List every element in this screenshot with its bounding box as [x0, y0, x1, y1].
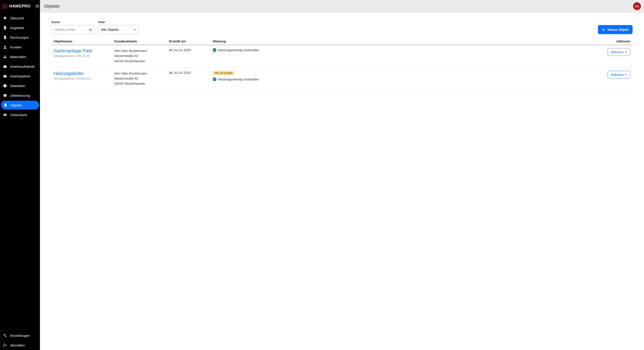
- document-icon: [3, 26, 7, 30]
- svg-rect-8: [5, 57, 6, 58]
- svg-point-7: [4, 57, 5, 58]
- search-icon[interactable]: [88, 28, 92, 32]
- sidebar-item-label: Abmelden: [10, 343, 25, 347]
- sidebar-item-arbeitsaufwnde[interactable]: Arbeitsaufwände: [0, 62, 40, 71]
- contract-number: Vertragsnummer: GP1.20.20: [54, 54, 114, 58]
- check-circle-icon: [213, 77, 216, 81]
- sidebar-item-label: Rechnungen: [10, 36, 29, 39]
- customer-line: Herr Max Mustermann: [114, 48, 169, 53]
- avatar-initials: FA: [635, 5, 639, 8]
- maintenance-text: Wartungsvertrag vorhanden: [218, 48, 259, 52]
- cell-wartung: MO, 02.12.2024Wartungsvertrag vorhanden: [213, 71, 607, 86]
- sidebar-item-label: Arbeitspakete: [10, 74, 30, 78]
- cell-aktionen: Aktionen: [607, 48, 630, 64]
- customer-line: 04242 Musterhausen: [114, 81, 169, 86]
- svg-rect-11: [4, 75, 6, 76]
- cell-objektname: Gartenanlage ParkVertragsnummer: GP1.20.…: [54, 48, 114, 64]
- content: Suche Filter Alle Objekte: [40, 13, 644, 350]
- sidebar-item-visitenkarte[interactable]: Visitenkarte: [0, 110, 40, 120]
- svg-rect-15: [5, 104, 6, 104]
- main: Objekte FA Suche Filter Alle Objekte: [40, 0, 644, 350]
- th-kundendetails: Kundendetails: [114, 39, 169, 43]
- svg-rect-9: [4, 66, 6, 68]
- new-object-label: Neues Objekt: [608, 28, 629, 32]
- sidebar-item-abmelden[interactable]: Abmelden: [0, 340, 40, 350]
- sidebar-item-label: Visitenkarte: [10, 113, 27, 117]
- page-title: Objekte: [44, 4, 60, 9]
- card-icon: [3, 113, 7, 117]
- sidebar-item-arbeitspakete[interactable]: Arbeitspakete: [0, 71, 40, 81]
- customer-line: Musterstraße 42: [114, 53, 169, 58]
- table-body: Gartenanlage ParkVertragsnummer: GP1.20.…: [51, 45, 632, 90]
- svg-rect-14: [4, 104, 6, 107]
- invoice-icon: $: [3, 35, 7, 39]
- sidebar-item-label: Objekte: [10, 103, 22, 107]
- avatar[interactable]: FA: [633, 2, 641, 10]
- clipboard-icon: [4, 103, 8, 107]
- home-icon: [3, 16, 7, 20]
- svg-point-5: [4, 46, 6, 47]
- chevron-left-icon: [36, 5, 38, 7]
- customer-line: Musterstraße 42: [114, 76, 169, 81]
- date-badge: MO, 02.12.2024: [213, 71, 234, 75]
- sidebar-item-zeiterfassung[interactable]: Zeiterfassung: [0, 91, 40, 100]
- new-object-button[interactable]: Neues Objekt: [598, 25, 632, 34]
- nav-footer: EinstellungenAbmelden: [0, 330, 40, 350]
- table-row: Gartenanlage ParkVertragsnummer: GP1.20.…: [51, 45, 632, 68]
- sidebar-item-kunden[interactable]: Kunden: [0, 42, 40, 52]
- search-box: [51, 25, 94, 34]
- briefcase-icon: [3, 64, 7, 68]
- shapes-icon: [3, 55, 7, 59]
- actions-button[interactable]: Aktionen: [608, 48, 630, 56]
- cell-erstellt-am: Mi, 01.01.2025: [169, 48, 213, 64]
- table-row: HeizungskellerVertragsnummer: HK100.05.7…: [51, 68, 632, 90]
- collapse-sidebar-button[interactable]: [35, 4, 40, 8]
- sidebar-item-bersicht[interactable]: Übersicht: [0, 13, 40, 23]
- object-link[interactable]: Gartenanlage Park: [54, 48, 114, 53]
- svg-point-22: [89, 28, 91, 30]
- cell-erstellt-am: Mi, 01.01.2025: [169, 71, 213, 86]
- search-label: Suche: [51, 21, 94, 24]
- pie-chart-icon: [3, 84, 7, 88]
- object-link[interactable]: Heizungskeller: [54, 71, 114, 76]
- svg-rect-18: [5, 114, 6, 115]
- sidebar-item-rechnungen[interactable]: $Rechnungen: [0, 33, 40, 42]
- sidebar-item-label: Angebote: [10, 26, 24, 30]
- maintenance-status: Wartungsvertrag vorhanden: [213, 48, 259, 52]
- sidebar-item-label: Arbeitsaufwände: [10, 65, 35, 68]
- nav-main: ÜbersichtAngebote$RechnungenKundenMateri…: [0, 12, 40, 330]
- filter-select[interactable]: Alle Objekte: [98, 25, 139, 34]
- person-icon: [3, 45, 7, 49]
- logo-icon: [2, 4, 8, 9]
- caret-down-icon: [625, 73, 627, 76]
- chevron-down-icon: [134, 28, 136, 31]
- th-aktionen: Aktionen: [607, 39, 630, 43]
- actions-button[interactable]: Aktionen: [608, 71, 630, 78]
- sidebar-item-materialien[interactable]: Materialien: [0, 52, 40, 62]
- sidebar-item-angebote[interactable]: Angebote: [0, 23, 40, 33]
- actions-button-label: Aktionen: [611, 73, 624, 77]
- contract-number: Vertragsnummer: HK100.05.7: [54, 77, 114, 80]
- caret-down-icon: [625, 51, 627, 53]
- filter-label: Filter: [98, 21, 139, 24]
- search-input[interactable]: [51, 25, 94, 34]
- svg-text:$: $: [4, 37, 6, 38]
- topbar: Objekte FA: [40, 0, 644, 13]
- sidebar-item-statistiken[interactable]: Statistiken: [0, 81, 40, 91]
- logout-icon: [3, 343, 7, 347]
- maintenance-status: Wartungsvertrag vorhanden: [213, 77, 259, 81]
- filter-group: Filter Alle Objekte: [98, 21, 139, 34]
- svg-point-21: [6, 336, 6, 337]
- controls-row: Suche Filter Alle Objekte: [51, 21, 632, 34]
- sidebar-item-label: Einstellungen: [10, 334, 30, 337]
- table-header: Objektname Kundendetails Erstellt am War…: [51, 39, 632, 45]
- cell-wartung: Wartungsvertrag vorhanden: [213, 48, 607, 64]
- th-objektname: Objektname: [54, 39, 114, 43]
- svg-rect-3: [4, 28, 5, 28]
- sidebar-item-label: Zeiterfassung: [10, 94, 30, 97]
- sidebar-item-objekte[interactable]: Objekte: [1, 101, 39, 109]
- sidebar-item-einstellungen[interactable]: Einstellungen: [0, 331, 40, 340]
- cell-aktionen: Aktionen: [607, 71, 630, 86]
- sidebar-item-label: Übersicht: [10, 16, 24, 20]
- settings-icon: [3, 333, 7, 337]
